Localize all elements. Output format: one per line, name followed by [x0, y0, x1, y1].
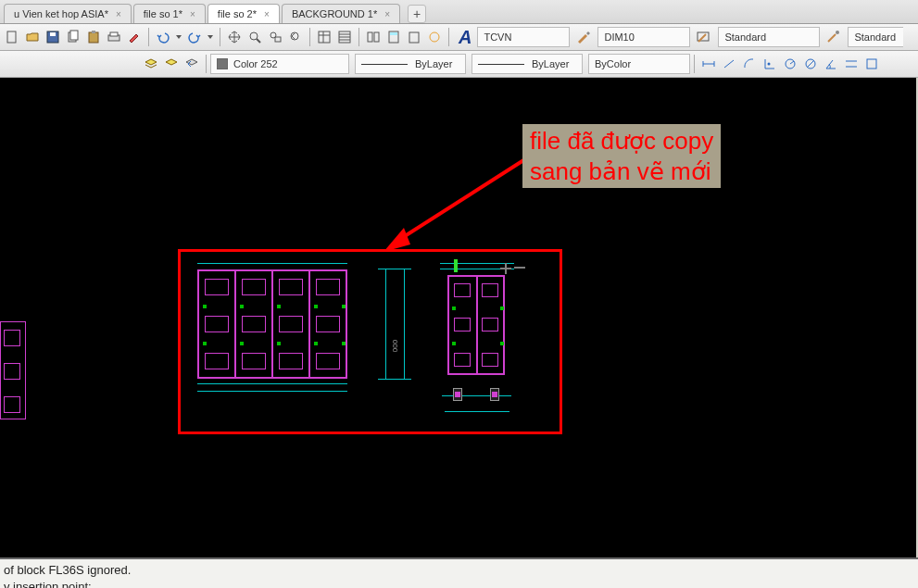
- svg-rect-22: [374, 32, 379, 42]
- standard-toolbar: A TCVN DIM10 Standard Standard: [0, 24, 918, 51]
- dim-ordinate-icon[interactable]: [760, 54, 780, 74]
- tab-label: file so 2*: [218, 8, 257, 19]
- redo-icon[interactable]: [184, 27, 205, 47]
- command-history-line: of block FL36S ignored.: [4, 562, 914, 579]
- linetype-sample: [361, 64, 408, 65]
- properties-toolbar: Color 252 ByLayer ByLayer ByColor: [0, 51, 918, 78]
- sheet-set-icon[interactable]: [334, 27, 355, 47]
- svg-marker-44: [384, 228, 410, 252]
- calculator-icon[interactable]: [384, 27, 404, 47]
- document-tab[interactable]: u Vien ket hop ASIA* ×: [4, 4, 132, 23]
- linetype-dropdown[interactable]: ByLayer: [355, 54, 466, 74]
- tool-palette-icon[interactable]: [363, 27, 384, 47]
- new-icon[interactable]: [2, 27, 22, 47]
- dim-linear-icon[interactable]: [698, 54, 719, 74]
- lineweight-sample: [478, 64, 524, 65]
- zoom-window-icon[interactable]: [265, 27, 285, 47]
- svg-rect-0: [7, 31, 16, 43]
- document-tab-active[interactable]: file so 2* ×: [207, 4, 280, 23]
- marker-cross: [500, 263, 511, 274]
- dimension-style-icon: [573, 27, 594, 47]
- paste-icon[interactable]: [83, 27, 104, 47]
- plot-icon[interactable]: [104, 27, 124, 47]
- document-tab[interactable]: file so 1* ×: [133, 4, 206, 23]
- annotation-arrow: [378, 152, 535, 258]
- table-style-value: Standard: [724, 31, 766, 43]
- new-tab-button[interactable]: +: [408, 5, 426, 23]
- text-style-value: TCVN: [484, 31, 511, 43]
- toolbar-separator: [448, 28, 449, 46]
- properties-icon[interactable]: [314, 27, 334, 47]
- svg-point-28: [836, 31, 839, 34]
- svg-line-10: [257, 39, 260, 43]
- drawing-canvas[interactable]: 000 file đã được copy sang bản vẽ mớ: [0, 78, 918, 557]
- svg-rect-12: [275, 37, 281, 42]
- close-tab-icon[interactable]: ×: [190, 9, 195, 19]
- close-tab-icon[interactable]: ×: [384, 9, 390, 19]
- color-dropdown[interactable]: Color 252: [210, 54, 349, 74]
- zoom-realtime-icon[interactable]: [245, 27, 265, 47]
- zoom-previous-icon[interactable]: [285, 27, 306, 47]
- drawing-elevation-side: [447, 275, 505, 375]
- document-tab[interactable]: BACKGROUND 1* ×: [282, 4, 400, 23]
- color-value: Color 252: [233, 58, 278, 69]
- toolbar-separator: [358, 28, 359, 46]
- dim-radius-icon[interactable]: [780, 54, 800, 74]
- command-line[interactable]: of block FL36S ignored. y insertion poin…: [0, 557, 918, 588]
- svg-line-32: [724, 60, 734, 68]
- svg-line-37: [790, 61, 794, 64]
- undo-dropdown-icon[interactable]: [173, 27, 184, 47]
- table-style-dropdown[interactable]: Standard: [718, 27, 820, 47]
- save-icon[interactable]: [43, 27, 63, 47]
- clipboard-icon[interactable]: [404, 27, 424, 47]
- drawing-fragment-left: [0, 321, 26, 419]
- toolbar-separator: [148, 28, 149, 46]
- plotstyle-dropdown[interactable]: ByColor: [588, 54, 690, 74]
- layer-previous-icon[interactable]: [182, 54, 202, 74]
- text-style-icon: A: [459, 27, 472, 48]
- toolbar-separator: [309, 28, 310, 46]
- match-prop-icon[interactable]: [124, 27, 145, 47]
- dim-quick-icon[interactable]: [841, 54, 861, 74]
- copy-icon[interactable]: [63, 27, 83, 47]
- dim-style-dropdown[interactable]: DIM10: [597, 27, 690, 47]
- pan-icon[interactable]: [224, 27, 245, 47]
- dim-aligned-icon[interactable]: [719, 54, 739, 74]
- svg-point-35: [768, 63, 771, 66]
- svg-line-43: [395, 157, 528, 243]
- svg-point-26: [430, 32, 439, 42]
- svg-rect-25: [409, 32, 419, 43]
- dim-arc-icon[interactable]: [739, 54, 760, 74]
- drawing-elevation-front: [197, 269, 347, 379]
- multileader-style-value: Standard: [854, 31, 896, 43]
- multileader-style-dropdown[interactable]: Standard: [848, 27, 903, 47]
- svg-point-9: [250, 32, 258, 40]
- layer-states-icon[interactable]: [161, 54, 182, 74]
- redo-dropdown-icon[interactable]: [205, 27, 216, 47]
- dim-diameter-icon[interactable]: [800, 54, 821, 74]
- plotstyle-value: ByColor: [595, 58, 631, 69]
- undo-icon[interactable]: [153, 27, 173, 47]
- tab-label: file so 1*: [144, 8, 182, 19]
- toolbar-separator: [694, 55, 695, 73]
- linetype-value: ByLayer: [415, 58, 452, 69]
- svg-rect-24: [390, 32, 397, 35]
- svg-rect-42: [867, 59, 876, 69]
- close-tab-icon[interactable]: ×: [264, 9, 270, 19]
- marker-dash: [514, 267, 525, 269]
- plus-icon: +: [413, 6, 421, 21]
- tab-label: BACKGROUND 1*: [292, 8, 377, 19]
- text-style-dropdown[interactable]: TCVN: [477, 27, 570, 47]
- lineweight-dropdown[interactable]: ByLayer: [472, 54, 583, 74]
- tab-label: u Vien ket hop ASIA*: [14, 8, 108, 19]
- layer-properties-icon[interactable]: [141, 54, 161, 74]
- dim-baseline-icon[interactable]: [861, 54, 882, 74]
- annotation-line2: sang bản vẽ mới: [530, 156, 713, 187]
- svg-rect-4: [70, 31, 78, 40]
- close-tab-icon[interactable]: ×: [116, 9, 121, 19]
- dim-angular-icon[interactable]: [821, 54, 841, 74]
- render-icon[interactable]: [424, 27, 445, 47]
- dim-style-value: DIM10: [604, 31, 634, 43]
- svg-rect-5: [89, 32, 98, 43]
- open-icon[interactable]: [22, 27, 43, 47]
